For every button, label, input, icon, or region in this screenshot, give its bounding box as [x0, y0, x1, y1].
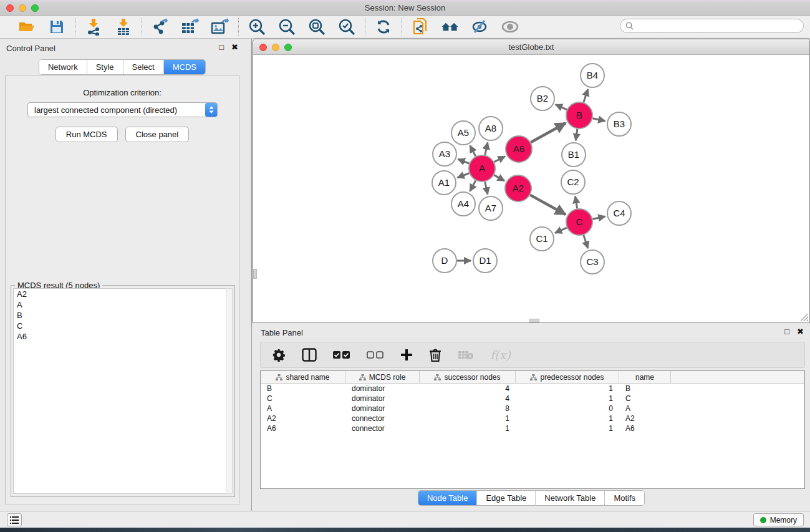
graph-node-A6[interactable]: A6 — [506, 136, 532, 162]
graph-edge-C-C4[interactable] — [592, 216, 605, 219]
tab-node-table[interactable]: Node Table — [418, 491, 478, 505]
run-mcds-button[interactable]: Run MCDS — [55, 127, 118, 142]
panel-divider[interactable] — [251, 39, 252, 511]
tab-motifs[interactable]: Motifs — [605, 491, 644, 505]
graph-node-D[interactable]: D — [433, 249, 456, 273]
graph-node-A8[interactable]: A8 — [479, 117, 503, 140]
table-row[interactable]: Cdominator41C — [261, 394, 804, 404]
graph-edge-A2-C[interactable] — [530, 195, 566, 215]
add-column-icon[interactable] — [400, 349, 413, 361]
delete-column-icon[interactable] — [429, 348, 441, 362]
close-panel-icon[interactable]: ✖ — [231, 43, 238, 52]
table-row[interactable]: A2connector11A2 — [261, 414, 804, 423]
criterion-dropdown[interactable]: largest connected component (directed) — [27, 102, 218, 117]
import-table-icon[interactable] — [114, 18, 133, 36]
horizontal-scroll-nub[interactable] — [529, 319, 539, 322]
graph-edge-C-C3[interactable] — [584, 235, 588, 248]
result-list-item[interactable]: B — [14, 310, 227, 321]
graph-edge-B-B1[interactable] — [576, 129, 577, 140]
table-row[interactable]: A6connector11A6 — [261, 423, 804, 433]
graph-edge-B-B3[interactable] — [592, 118, 605, 121]
graph-node-A4[interactable]: A4 — [451, 192, 475, 216]
tab-network[interactable]: Network — [39, 60, 87, 74]
vertical-scroll-nub[interactable] — [253, 269, 257, 279]
graph-node-D1[interactable]: D1 — [473, 249, 497, 273]
column-layout-icon[interactable] — [302, 348, 317, 362]
graph-edge-A-A1[interactable] — [458, 173, 470, 178]
close-panel-button[interactable]: Close panel — [125, 127, 190, 142]
column-header-shared-name[interactable]: shared name — [261, 371, 345, 383]
graph-node-A7[interactable]: A7 — [479, 196, 503, 220]
export-table-icon[interactable] — [181, 18, 200, 36]
tab-style[interactable]: Style — [87, 60, 123, 74]
resize-grip-icon[interactable] — [801, 314, 808, 321]
graph-node-C3[interactable]: C3 — [581, 250, 604, 274]
result-list-scrollbar[interactable] — [226, 288, 233, 494]
graph-node-A3[interactable]: A3 — [433, 142, 456, 166]
graph-edge-A-A7[interactable] — [485, 181, 488, 194]
graph-node-C2[interactable]: C2 — [561, 170, 585, 194]
graph-edge-A-A2[interactable] — [494, 175, 504, 181]
float-table-panel-icon[interactable]: □ — [784, 327, 789, 336]
column-header-successor-nodes[interactable]: successor nodes — [420, 371, 516, 383]
graph-node-C[interactable]: C — [566, 209, 592, 235]
layout-refresh-icon[interactable] — [374, 18, 393, 36]
network-canvas[interactable]: B4B2BB3A5A8A6A3B1AA1C2A2A4A7C4CC1C3DD1 — [254, 55, 809, 316]
zoom-out-icon[interactable] — [277, 18, 296, 36]
ndex-home-icon[interactable] — [441, 18, 460, 36]
table-row[interactable]: Bdominator41B — [261, 384, 804, 394]
tab-network-table[interactable]: Network Table — [536, 491, 605, 505]
graph-edge-A-A5[interactable] — [470, 145, 476, 156]
tab-edge-table[interactable]: Edge Table — [477, 491, 536, 505]
search-input[interactable] — [637, 22, 803, 31]
zoom-in-icon[interactable] — [248, 18, 266, 36]
copy-network-icon[interactable] — [411, 18, 430, 36]
graph-node-B1[interactable]: B1 — [562, 143, 586, 167]
graph-edge-A-A3[interactable] — [458, 159, 469, 163]
graph-node-A1[interactable]: A1 — [432, 171, 456, 195]
column-header-MCDS-role[interactable]: MCDS role — [345, 371, 420, 383]
graph-edge-A-A6[interactable] — [494, 157, 504, 162]
graph-edge-C-C2[interactable] — [576, 196, 577, 209]
select-all-icon[interactable] — [333, 351, 350, 359]
zoom-fit-icon[interactable] — [307, 18, 326, 36]
tab-select[interactable]: Select — [123, 60, 164, 74]
graph-node-B2[interactable]: B2 — [531, 87, 554, 110]
graph-node-B3[interactable]: B3 — [607, 112, 631, 136]
graph-node-C1[interactable]: C1 — [530, 227, 554, 251]
export-image-icon[interactable] — [211, 18, 229, 36]
graph-edge-C-C1[interactable] — [555, 228, 567, 233]
open-folder-icon[interactable] — [17, 18, 36, 36]
column-header-predecessor-nodes[interactable]: predecessor nodes — [516, 371, 619, 383]
tab-mcds[interactable]: MCDS — [164, 60, 205, 74]
import-network-icon[interactable] — [84, 18, 103, 36]
search-field[interactable] — [620, 19, 804, 33]
graph-node-A5[interactable]: A5 — [451, 121, 475, 145]
graph-node-A[interactable]: A — [469, 155, 495, 181]
zoom-selected-icon[interactable] — [337, 18, 356, 36]
graph-node-B[interactable]: B — [566, 102, 592, 128]
graph-edge-B-B4[interactable] — [584, 89, 588, 102]
result-list-item[interactable]: A6 — [14, 331, 227, 342]
eye-icon[interactable] — [501, 18, 519, 36]
float-panel-icon[interactable]: □ — [219, 43, 224, 52]
result-list-item[interactable]: A — [14, 299, 227, 310]
save-session-icon[interactable] — [47, 18, 66, 36]
memory-button[interactable]: Memory — [753, 513, 804, 526]
mcds-result-list[interactable]: A2ABCA6 — [13, 288, 228, 494]
task-history-button[interactable] — [7, 513, 22, 526]
graph-node-C4[interactable]: C4 — [607, 201, 631, 225]
deselect-all-icon[interactable] — [367, 351, 384, 359]
column-header-name[interactable]: name — [619, 371, 671, 383]
graph-edge-A-A8[interactable] — [485, 142, 488, 155]
graph-edge-A-A4[interactable] — [470, 180, 476, 191]
result-list-item[interactable]: A2 — [14, 289, 227, 299]
network-window-titlebar[interactable]: testGlobe.txt — [253, 39, 809, 55]
result-list-item[interactable]: C — [14, 321, 227, 331]
close-table-panel-icon[interactable]: ✖ — [797, 327, 804, 336]
graph-edge-B-B2[interactable] — [556, 105, 567, 110]
table-row[interactable]: Adominator80A — [261, 404, 804, 414]
graph-node-B4[interactable]: B4 — [581, 64, 604, 87]
graph-edge-A6-B[interactable] — [531, 123, 566, 142]
gear-icon[interactable] — [272, 348, 286, 362]
